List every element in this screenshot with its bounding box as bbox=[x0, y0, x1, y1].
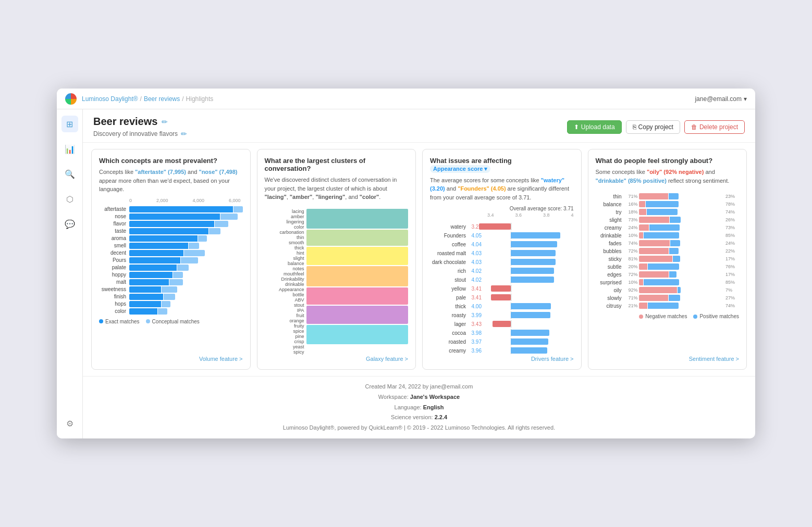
volume-bar-row: aftertaste bbox=[99, 206, 243, 212]
volume-bar-row: finish bbox=[99, 294, 243, 300]
trash-icon: 🗑 bbox=[691, 123, 697, 131]
sentiment-row: balance16%78% bbox=[596, 201, 740, 207]
metric-selector[interactable]: Appearance score ▾ bbox=[430, 165, 490, 173]
driver-row: roasty3.99 bbox=[430, 311, 574, 319]
driver-row: Founders4.05 bbox=[430, 232, 574, 239]
copy-button[interactable]: ⎘ Copy project bbox=[626, 120, 680, 134]
volume-bar-row: taste bbox=[99, 228, 243, 234]
driver-row: roasted malt4.03 bbox=[430, 249, 574, 257]
volume-link[interactable]: Volume feature > bbox=[99, 356, 243, 362]
volume-bar-row: hoppy bbox=[99, 272, 243, 278]
project-header: Beer reviews ✏ Discovery of innovative f… bbox=[83, 109, 755, 143]
edit-title-icon[interactable]: ✏ bbox=[162, 118, 168, 126]
volume-legend: Exact matches Conceptual matches bbox=[99, 319, 243, 324]
breadcrumb-current: Highlights bbox=[186, 95, 214, 103]
main-layout: ⊞ 📊 🔍 ⬡ 💬 ⚙ Beer reviews ✏ Discovery of … bbox=[57, 109, 755, 438]
volume-bar-row: smell bbox=[99, 243, 243, 249]
volume-bar-row: Pours bbox=[99, 257, 243, 264]
volume-bar-row: decent bbox=[99, 250, 243, 256]
dashboard-grid: Which concepts are most prevalent? Conce… bbox=[91, 149, 747, 370]
galaxy-bar-3 bbox=[306, 247, 409, 265]
driver-row: watery3.20 bbox=[430, 223, 574, 230]
delete-button[interactable]: 🗑 Delete project bbox=[684, 120, 745, 134]
volume-bar-row: palate bbox=[99, 265, 243, 271]
sentiment-card-desc: Some concepts like "oily" (92% negative)… bbox=[596, 168, 740, 185]
volume-bar-row: color bbox=[99, 308, 243, 315]
footer-science: Science version: 2.2.4 bbox=[88, 412, 750, 423]
galaxy-card-title: What are the largest clusters of convers… bbox=[265, 157, 409, 172]
drivers-link[interactable]: Drivers feature > bbox=[430, 356, 574, 362]
sidebar-icon-grid[interactable]: ⊞ bbox=[61, 116, 78, 132]
sentiment-link[interactable]: Sentiment feature > bbox=[596, 356, 740, 362]
drivers-axis: 3.43.63.84 bbox=[430, 212, 574, 218]
sentiment-row: edges72%17% bbox=[596, 271, 740, 278]
edit-subtitle-icon[interactable]: ✏ bbox=[181, 130, 187, 138]
header-actions: ⬆ Upload data ⎘ Copy project 🗑 Delete pr… bbox=[567, 120, 745, 134]
galaxy-card-desc: We've discovered distinct clusters of co… bbox=[265, 175, 409, 202]
sidebar-icon-sentiment[interactable]: 💬 bbox=[61, 216, 78, 232]
driver-row: roasted3.97 bbox=[430, 338, 574, 345]
volume-axis: 02,0004,0006,000 bbox=[99, 198, 243, 203]
sentiment-row: try18%74% bbox=[596, 209, 740, 215]
sidebar-icon-search[interactable]: 🔍 bbox=[61, 166, 78, 182]
sidebar-icon-settings[interactable]: ⚙ bbox=[61, 416, 78, 432]
volume-bar-row: nose bbox=[99, 214, 243, 220]
top-bar: Luminoso Daylight® / Beer reviews / High… bbox=[57, 89, 755, 109]
footer-created: Created Mar 24, 2022 by jane@email.com bbox=[88, 382, 750, 392]
dashboard: Which concepts are most prevalent? Conce… bbox=[83, 143, 755, 376]
sidebar: ⊞ 📊 🔍 ⬡ 💬 ⚙ bbox=[57, 109, 83, 438]
volume-bar-row: hops bbox=[99, 301, 243, 307]
project-subtitle: Discovery of innovative flavors bbox=[93, 130, 178, 137]
driver-row: creamy3.96 bbox=[430, 347, 574, 354]
galaxy-bar-2 bbox=[306, 230, 409, 246]
app-window: Luminoso Daylight® / Beer reviews / High… bbox=[57, 89, 755, 438]
galaxy-card: What are the largest clusters of convers… bbox=[257, 149, 416, 370]
volume-card-desc: Concepts like "aftertaste" (7,995) and "… bbox=[99, 168, 243, 194]
sentiment-row: drinkable10%85% bbox=[596, 232, 740, 239]
footer-copyright: Luminoso Daylight®, powered by QuickLear… bbox=[88, 423, 750, 433]
volume-bar-chart: aftertastenoseflavortastearomasmelldecen… bbox=[99, 206, 243, 316]
breadcrumb-project[interactable]: Beer reviews bbox=[144, 95, 180, 103]
volume-bar-row: sweetness bbox=[99, 286, 243, 293]
drivers-card: What issues are affecting Appearance sco… bbox=[422, 149, 582, 370]
footer-language: Language: English bbox=[88, 403, 750, 413]
driver-row: coffee4.04 bbox=[430, 241, 574, 248]
driver-row: stout4.02 bbox=[430, 276, 574, 283]
volume-card: Which concepts are most prevalent? Conce… bbox=[91, 149, 251, 370]
driver-row: rich4.02 bbox=[430, 267, 574, 274]
sentiment-row: oily92%7% bbox=[596, 287, 740, 293]
driver-row: yellow3.41 bbox=[430, 285, 574, 292]
driver-row: thick4.00 bbox=[430, 303, 574, 310]
upload-button[interactable]: ⬆ Upload data bbox=[567, 120, 622, 134]
galaxy-bar-rows bbox=[306, 209, 409, 344]
sentiment-row: sticky81%17% bbox=[596, 256, 740, 262]
logo-icon bbox=[65, 93, 77, 105]
sentiment-card-title: What do people feel strongly about? bbox=[596, 157, 740, 165]
footer: Created Mar 24, 2022 by jane@email.com W… bbox=[83, 376, 755, 438]
sentiment-row: thin71%23% bbox=[596, 193, 740, 199]
sentiment-row: surprised10%85% bbox=[596, 279, 740, 285]
footer-workspace: Workspace: Jane's Workspace bbox=[88, 392, 750, 403]
user-menu[interactable]: jane@email.com ▾ bbox=[695, 95, 747, 103]
sidebar-icon-chart[interactable]: 📊 bbox=[61, 141, 78, 157]
galaxy-chart: lacingamberlingeringcolor carbonationthi… bbox=[265, 209, 409, 344]
galaxy-bar-4 bbox=[306, 266, 409, 286]
volume-bar-row: flavor bbox=[99, 221, 243, 227]
sentiment-row: citrusy21%74% bbox=[596, 303, 740, 309]
sentiment-row: slowly71%27% bbox=[596, 295, 740, 301]
driver-row: lager3.43 bbox=[430, 320, 574, 328]
galaxy-bar-6 bbox=[306, 306, 409, 324]
galaxy-link[interactable]: Galaxy feature > bbox=[265, 356, 409, 362]
sentiment-legend: Negative matches Positive matches bbox=[596, 313, 740, 319]
galaxy-labels: lacingamberlingeringcolor carbonationthi… bbox=[265, 209, 306, 344]
breadcrumb-home[interactable]: Luminoso Daylight® bbox=[82, 95, 138, 103]
project-title: Beer reviews bbox=[93, 116, 157, 128]
sentiment-row: bubbles72%22% bbox=[596, 248, 740, 254]
drivers-card-title: What issues are affecting Appearance sco… bbox=[430, 157, 574, 173]
volume-card-title: Which concepts are most prevalent? bbox=[99, 157, 243, 165]
copy-icon: ⎘ bbox=[633, 123, 636, 131]
volume-bar-row: aroma bbox=[99, 235, 243, 242]
sentiment-row: slight73%26% bbox=[596, 217, 740, 223]
sidebar-icon-cluster[interactable]: ⬡ bbox=[61, 191, 78, 207]
sentiment-row: fades74%24% bbox=[596, 240, 740, 246]
